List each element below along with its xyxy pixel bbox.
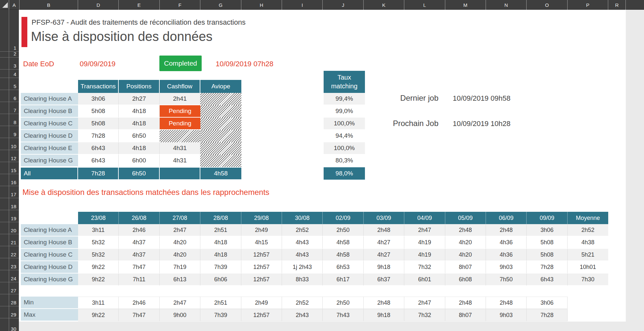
daily-cell[interactable]: 4h20 [445, 236, 486, 249]
row-label[interactable]: Clearing House G [21, 274, 78, 286]
daily-cell[interactable]: 4h15 [241, 236, 282, 249]
select-all-corner[interactable] [0, 0, 9, 10]
row-label[interactable]: Clearing House C [21, 249, 78, 261]
daily-col-header[interactable]: 06/09 [486, 212, 527, 224]
column-header[interactable]: N [486, 0, 527, 10]
cell-transactions[interactable]: 3h06 [78, 93, 119, 105]
status-badge[interactable]: Completed [159, 56, 202, 71]
min-cell[interactable]: 2h50 [323, 297, 363, 309]
daily-cell[interactable]: 4h43 [282, 249, 323, 261]
max-cell[interactable]: 8h07 [445, 309, 486, 321]
daily-cell[interactable]: 4h43 [282, 236, 323, 249]
column-header[interactable]: K [364, 0, 404, 10]
daily-cell[interactable]: 7h28 [527, 261, 567, 274]
hatched-cell[interactable] [200, 118, 241, 130]
min-cell[interactable]: 3h11 [78, 297, 119, 309]
row-label[interactable]: Clearing House B [21, 236, 78, 249]
max-row-label[interactable]: Max [21, 309, 78, 321]
max-cell[interactable]: 9h18 [364, 309, 404, 321]
daily-cell[interactable]: 8h07 [445, 261, 486, 274]
daily-cell[interactable]: 4h36 [486, 236, 527, 249]
row-header[interactable]: 9 [0, 126, 19, 138]
all-cell-cashflow-empty[interactable] [160, 167, 200, 179]
row-header[interactable]: 5 [0, 78, 19, 90]
daily-cell[interactable]: 7h50 [486, 274, 527, 286]
column-header[interactable]: E [119, 0, 159, 10]
daily-cell[interactable]: 2h48 [486, 224, 527, 236]
availability-col-header[interactable]: Cashflow [160, 80, 200, 93]
cell-cashflow[interactable]: 2h41 [160, 93, 200, 105]
daily-cell[interactable]: 6h37 [364, 274, 404, 286]
cell-transactions[interactable]: 6h43 [78, 155, 119, 167]
daily-col-header[interactable]: 23/08 [78, 212, 119, 224]
column-header[interactable]: M [445, 0, 486, 10]
max-cell[interactable]: 7h32 [404, 309, 445, 321]
min-cell[interactable]: 2h52 [282, 297, 323, 309]
column-header[interactable]: B [20, 0, 78, 10]
all-row-label[interactable]: All [21, 167, 78, 179]
daily-cell[interactable]: 2h47 [160, 224, 200, 236]
row-header[interactable]: 27 [0, 282, 19, 294]
daily-col-header[interactable]: 27/08 [160, 212, 200, 224]
daily-cell[interactable]: 5h21 [568, 249, 608, 261]
availability-col-header[interactable]: Positions [119, 80, 159, 93]
cell-transactions[interactable]: 7h28 [78, 130, 119, 142]
availability-col-header[interactable]: Transactions [78, 80, 119, 93]
column-header[interactable]: F [160, 0, 200, 10]
daily-cell[interactable]: 12h57 [241, 249, 282, 261]
taux-total-cell[interactable]: 98,0% [324, 167, 365, 180]
cell-positions[interactable]: 6h50 [119, 130, 159, 142]
daily-col-header[interactable]: 04/09 [404, 212, 445, 224]
daily-cell[interactable]: 12h57 [241, 261, 282, 274]
row-header[interactable]: 7 [0, 102, 19, 114]
daily-cell[interactable]: 7h39 [200, 261, 241, 274]
max-cell[interactable]: 9h03 [486, 309, 527, 321]
daily-cell[interactable]: 6h13 [160, 274, 200, 286]
row-header[interactable]: 10 [0, 138, 19, 150]
row-header[interactable]: 6 [0, 90, 19, 102]
daily-cell[interactable]: 2h49 [241, 224, 282, 236]
daily-col-header[interactable]: 30/08 [282, 212, 323, 224]
max-cell[interactable]: 2h43 [282, 309, 323, 321]
cell-positions[interactable]: 4h18 [119, 118, 159, 130]
hatched-cell[interactable] [200, 130, 241, 142]
daily-cell[interactable]: 2h46 [119, 224, 159, 236]
cell-transactions[interactable]: 5h08 [78, 118, 119, 130]
column-header[interactable]: P [568, 0, 608, 10]
column-header[interactable]: A [9, 0, 20, 10]
row-label[interactable]: Clearing House B [21, 105, 78, 118]
daily-cell[interactable]: 4h36 [486, 249, 527, 261]
daily-cell[interactable]: 6h01 [404, 274, 445, 286]
daily-cell[interactable]: 4h19 [404, 249, 445, 261]
daily-cell[interactable]: 7h11 [119, 274, 159, 286]
daily-cell[interactable]: 5h08 [527, 249, 567, 261]
row-header[interactable]: 30 [0, 318, 19, 331]
daily-cell[interactable]: 5h08 [527, 236, 567, 249]
daily-col-header[interactable]: 28/08 [200, 212, 241, 224]
daily-cell[interactable]: 9h03 [486, 261, 527, 274]
pending-cell[interactable]: Pending [160, 105, 200, 118]
row-header[interactable]: 21 [0, 234, 19, 246]
daily-cell[interactable]: 4h20 [160, 236, 200, 249]
column-header[interactable]: L [404, 0, 445, 10]
daily-cell[interactable]: 9h22 [78, 261, 119, 274]
daily-cell[interactable]: 7h30 [568, 274, 608, 286]
column-header[interactable]: D [78, 0, 119, 10]
daily-cell[interactable]: 4h58 [323, 236, 363, 249]
row-header[interactable]: 3 [0, 57, 19, 69]
hatched-cell[interactable] [160, 130, 200, 142]
min-cell[interactable]: 2h48 [486, 297, 527, 309]
daily-col-header[interactable]: 03/09 [364, 212, 404, 224]
min-cell[interactable]: 2h46 [119, 297, 159, 309]
max-cell[interactable]: 7h47 [119, 309, 159, 321]
row-header[interactable]: 18 [0, 198, 19, 210]
daily-cell[interactable]: 4h18 [200, 236, 241, 249]
daily-col-header[interactable]: 26/08 [119, 212, 159, 224]
daily-cell[interactable]: 9h22 [78, 274, 119, 286]
row-header[interactable]: 22 [0, 246, 19, 258]
daily-cell[interactable]: 7h32 [404, 261, 445, 274]
daily-cell[interactable]: 12h57 [241, 274, 282, 286]
daily-cell[interactable]: 4h37 [119, 249, 159, 261]
hatched-cell[interactable] [200, 105, 241, 118]
min-cell[interactable]: 2h51 [200, 297, 241, 309]
